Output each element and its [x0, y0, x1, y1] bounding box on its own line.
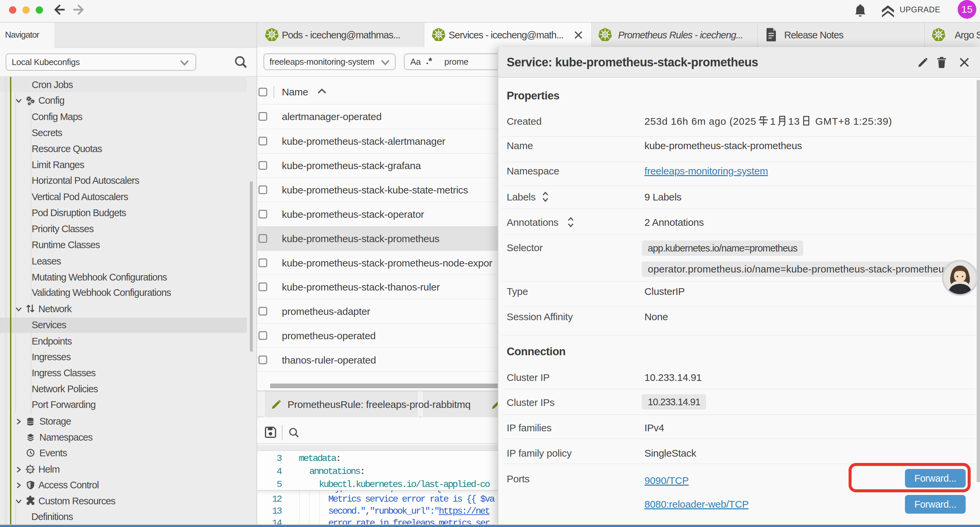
svg-text:HELM: HELM [27, 468, 34, 471]
